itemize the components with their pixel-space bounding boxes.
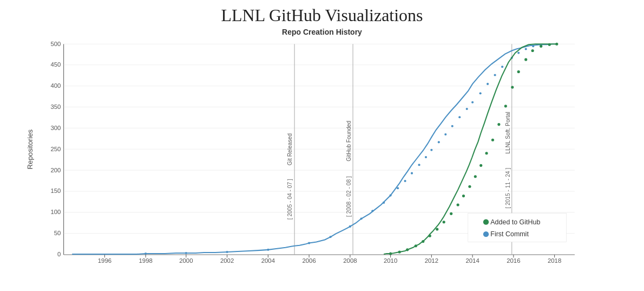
svg-text:2014: 2014 [465,257,479,264]
svg-text:2004: 2004 [261,257,275,264]
svg-text:400: 400 [50,82,61,89]
legend-added-label: Added to GitHub [490,218,540,226]
chart-svg: 0 50 100 150 200 250 300 350 400 450 [24,38,620,277]
svg-text:150: 150 [50,188,61,195]
svg-text:2016: 2016 [507,257,520,264]
svg-point-99 [436,228,438,230]
svg-point-113 [524,58,527,61]
svg-text:350: 350 [50,104,61,110]
svg-point-95 [406,248,409,251]
svg-point-71 [404,180,406,182]
legend-first-label: First Commit [490,230,529,238]
svg-point-72 [411,172,413,174]
svg-text:[ 2008 - 02 - 08 ]: [ 2008 - 02 - 08 ] [346,176,352,217]
svg-point-115 [540,45,542,48]
svg-point-94 [398,250,401,253]
svg-point-84 [494,74,496,76]
svg-point-93 [389,252,392,255]
svg-point-96 [415,244,417,247]
svg-point-73 [418,164,420,166]
svg-point-59 [144,253,147,255]
svg-point-98 [429,235,431,237]
svg-point-66 [360,218,363,220]
svg-point-101 [450,212,452,215]
svg-text:500: 500 [50,41,61,47]
chart-area: 0 50 100 150 200 250 300 350 400 450 [24,38,620,277]
svg-point-79 [458,116,461,118]
svg-point-78 [451,125,454,127]
svg-point-62 [267,249,269,251]
svg-point-80 [466,108,468,110]
svg-point-108 [491,139,494,141]
svg-point-114 [531,49,534,52]
main-title: LLNL GitHub Visualizations [221,5,423,25]
svg-point-85 [501,66,503,68]
svg-text:2002: 2002 [220,257,234,264]
svg-point-83 [487,83,489,85]
svg-text:2008: 2008 [343,257,357,264]
svg-point-97 [422,240,424,243]
svg-text:Repositories: Repositories [25,129,34,169]
svg-text:[ 2005 - 04 - 07 ]: [ 2005 - 04 - 07 ] [287,179,293,219]
svg-text:1996: 1996 [98,257,111,264]
chart-container: Repo Creation History 0 50 100 150 [24,28,620,282]
svg-text:200: 200 [50,167,61,173]
svg-text:100: 100 [50,209,61,215]
svg-point-60 [185,252,187,254]
svg-text:2012: 2012 [425,257,438,264]
svg-text:Git Released: Git Released [287,133,293,165]
svg-point-117 [555,43,558,46]
svg-point-109 [497,123,500,126]
svg-point-67 [371,210,373,212]
svg-point-110 [504,105,507,107]
svg-point-81 [471,101,474,104]
svg-point-75 [430,149,432,151]
svg-point-68 [383,202,385,204]
svg-point-87 [517,52,520,54]
svg-point-74 [425,156,427,158]
svg-point-102 [457,203,459,206]
svg-point-112 [517,70,520,73]
svg-point-88 [525,48,527,50]
svg-point-103 [462,195,465,197]
svg-text:50: 50 [54,230,61,236]
svg-point-111 [511,86,514,88]
svg-point-89 [532,45,534,47]
svg-text:1998: 1998 [139,257,152,264]
svg-point-76 [438,141,440,143]
svg-point-100 [443,221,445,223]
svg-point-77 [444,133,446,135]
page-container: LLNL GitHub Visualizations Repo Creation… [0,0,644,291]
chart-title: Repo Creation History [24,28,620,36]
svg-point-104 [468,185,471,188]
legend-first-dot [483,231,489,237]
svg-point-64 [329,236,331,238]
svg-text:[ 2015 - 11 - 24 ]: [ 2015 - 11 - 24 ] [505,168,511,209]
svg-point-65 [349,225,351,228]
svg-text:2018: 2018 [548,257,561,264]
svg-point-70 [397,187,399,189]
svg-point-61 [226,251,228,253]
svg-text:2006: 2006 [302,257,316,264]
svg-point-107 [485,152,488,154]
svg-text:450: 450 [50,61,61,68]
svg-point-82 [479,92,482,94]
svg-point-116 [548,43,551,46]
svg-text:250: 250 [50,146,61,152]
svg-point-63 [308,242,310,244]
svg-text:2000: 2000 [179,257,193,264]
svg-point-106 [479,164,482,167]
svg-point-105 [474,175,477,178]
svg-text:0: 0 [57,251,61,257]
svg-text:LLNL Soft. Portal: LLNL Soft. Portal [505,112,511,153]
svg-text:2010: 2010 [384,257,397,264]
svg-point-69 [390,195,392,197]
svg-text:300: 300 [50,125,61,131]
legend-added-dot [483,219,489,225]
svg-text:GitHub Founded: GitHub Founded [346,121,352,161]
